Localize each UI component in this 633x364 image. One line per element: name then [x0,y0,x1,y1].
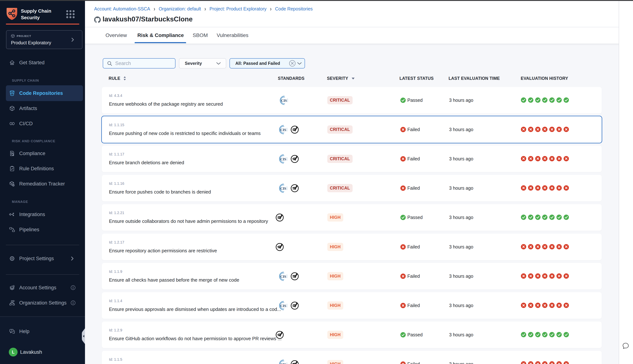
svg-text:CIS: CIS [281,99,287,102]
svg-text:CIS: CIS [280,157,286,161]
svg-text:CIS: CIS [280,186,286,190]
svg-text:CIS: CIS [280,128,286,132]
svg-text:CIS: CIS [280,362,286,364]
svg-text:CIS: CIS [280,304,286,308]
svg-text:CIS: CIS [280,275,286,278]
svg-text:?: ? [11,330,12,332]
